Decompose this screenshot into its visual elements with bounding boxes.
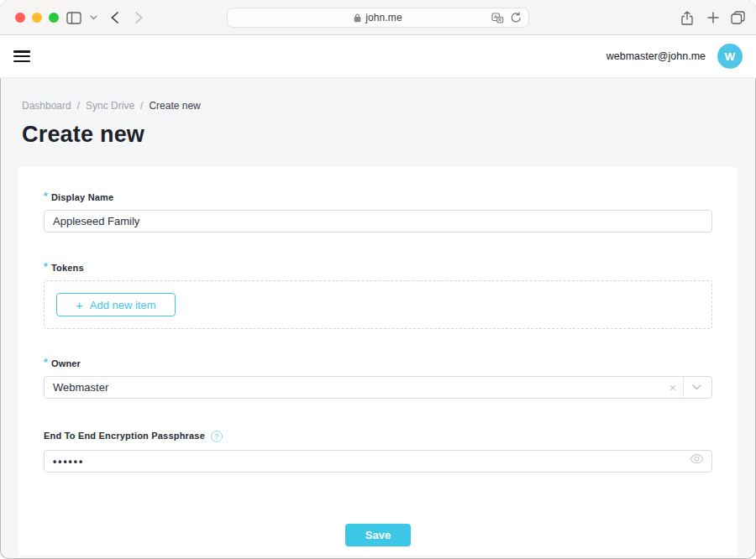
back-button-icon[interactable] (107, 0, 122, 35)
field-owner: * Owner Webmaster × (44, 358, 712, 399)
menu-icon[interactable] (13, 50, 30, 62)
passphrase-input[interactable] (44, 450, 712, 473)
user-email: webmaster@john.me (606, 50, 706, 62)
breadcrumb-sync-drive[interactable]: Sync Drive (86, 100, 134, 112)
required-asterisk: * (44, 358, 48, 368)
owner-selected-value: Webmaster (53, 381, 108, 394)
share-icon[interactable] (679, 0, 696, 35)
browser-toolbar: john.me (0, 0, 756, 35)
reload-icon[interactable] (511, 12, 522, 24)
owner-select[interactable]: Webmaster × (44, 376, 712, 399)
minimize-window-button[interactable] (32, 13, 42, 23)
translate-icon[interactable] (491, 13, 504, 24)
forward-button-icon[interactable] (131, 0, 146, 35)
breadcrumb-separator: / (77, 100, 80, 112)
breadcrumb-separator: / (140, 100, 143, 112)
tokens-dropzone: + Add new item (44, 280, 712, 329)
sidebar-chevron-down-icon[interactable] (87, 0, 100, 35)
plus-icon: + (76, 299, 83, 311)
new-tab-icon[interactable] (705, 0, 722, 35)
window-controls (15, 13, 59, 23)
zoom-window-button[interactable] (49, 13, 59, 23)
page-title: Create new (22, 122, 734, 148)
field-display-name: * Display Name (44, 192, 712, 232)
display-name-input[interactable] (44, 210, 712, 232)
owner-label: * Owner (44, 358, 712, 368)
clear-selection-icon[interactable]: × (663, 382, 683, 394)
sidebar-toggle-icon[interactable] (64, 0, 84, 35)
avatar[interactable]: W (717, 44, 743, 69)
field-tokens: * Tokens + Add new item (44, 263, 712, 329)
close-window-button[interactable] (15, 13, 25, 23)
breadcrumb: Dashboard / Sync Drive / Create new (22, 100, 734, 112)
display-name-label: * Display Name (44, 192, 712, 202)
page-content: Dashboard / Sync Drive / Create new Crea… (0, 100, 756, 556)
chevron-down-icon[interactable] (684, 384, 705, 390)
lock-icon (354, 13, 361, 23)
required-asterisk: * (44, 263, 48, 272)
add-new-item-button[interactable]: + Add new item (56, 293, 176, 316)
address-bar[interactable]: john.me (227, 8, 529, 28)
required-asterisk: * (44, 192, 48, 201)
save-button[interactable]: Save (345, 524, 411, 546)
breadcrumb-current: Create new (149, 100, 200, 112)
url-text: john.me (365, 12, 402, 24)
app-header: webmaster@john.me W (0, 35, 756, 78)
form-actions: Save (44, 524, 712, 546)
form-card: * Display Name * Tokens + Add new item (18, 167, 738, 556)
tab-overview-icon[interactable] (728, 0, 747, 35)
browser-window: john.me (0, 0, 756, 559)
tokens-label: * Tokens (44, 263, 712, 273)
avatar-initial: W (725, 50, 735, 63)
field-passphrase: End To End Encryption Passphrase ? (44, 431, 712, 473)
show-password-eye-icon[interactable] (690, 454, 704, 464)
passphrase-label: End To End Encryption Passphrase ? (44, 431, 712, 442)
help-icon[interactable]: ? (211, 431, 223, 442)
add-new-item-label: Add new item (90, 299, 156, 311)
breadcrumb-dashboard[interactable]: Dashboard (22, 100, 71, 112)
